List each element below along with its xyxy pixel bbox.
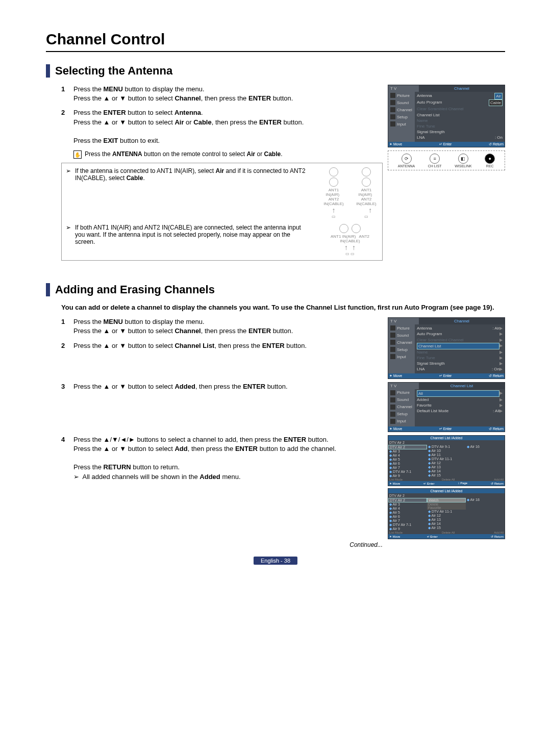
menu-title: Channel — [419, 85, 505, 92]
section-heading-channels: Adding and Erasing Channels — [46, 283, 505, 296]
remote-diagram: ⟳ANTENNA ≡CH LIST ◧WISELINK ●REC — [388, 150, 505, 170]
antenna-port-icon — [362, 178, 371, 187]
step-1: 1 Press the MENU button to display the m… — [61, 85, 383, 103]
antenna-port-icon — [362, 167, 371, 177]
step-2: 2 Press the ENTER button to select Anten… — [61, 108, 383, 145]
tip-arrow-icon: ➢ — [66, 224, 75, 231]
step-2: 2 Press the ▲ or ▼ button to select Chan… — [61, 341, 383, 350]
antenna-port-icon — [352, 224, 361, 233]
step-1: 1 Press the MENU button to display the m… — [61, 317, 383, 336]
step-4: 4 Press the ▲/▼/◄/► buttons to select a … — [61, 435, 383, 482]
antenna-port-icon — [329, 167, 338, 177]
step-number: 1 — [61, 85, 73, 103]
tip-body: If both ANT1 IN(AIR) and ANT2 IN(CABLE) … — [75, 224, 317, 245]
channel-list-panel: Channel List /Added DTV Air 2 DTV Air 2 … — [388, 488, 505, 539]
channel-list-panel: Channel List /Added DTV Air 2 DTV Air 2 … — [388, 435, 505, 486]
selected-value: Air — [494, 93, 503, 99]
page-footer: English - 38 — [254, 557, 297, 565]
tv-osd-panel: T VChannel Picture Sound Channel Setup I… — [388, 317, 505, 379]
antenna-port-icon — [329, 178, 338, 187]
step-3: 3 Press the ▲ or ▼ button to select Adde… — [61, 382, 383, 391]
selected-value: Channel List — [417, 343, 499, 349]
antenna-port-icon — [339, 224, 348, 233]
menu-sidebar: Picture Sound Channel Setup Input — [388, 92, 415, 142]
selected-value: All — [417, 390, 499, 397]
tip-arrow-icon: ➢ — [66, 167, 75, 174]
step-body: Press the MENU button to display the men… — [73, 85, 383, 103]
tv-osd-panel: T VChannel Picture Sound Channel Setup I… — [388, 85, 505, 147]
channel-item: DTV Air 2 — [388, 445, 427, 449]
note: ✋ Press the ANTENNA button on the remote… — [73, 150, 383, 159]
section-heading-antenna: Selecting the Antenna — [46, 64, 505, 78]
antenna-diagram: ANT1 IN(AIR) ANT2 IN(CABLE) ↑▭ ANT1 IN(A… — [322, 167, 378, 219]
tv-label: T V — [388, 85, 419, 92]
tv-osd-panel: T VChannel List Picture Sound Channel Se… — [388, 382, 505, 432]
tip-body: If the antenna is connected to ANT1 IN(A… — [75, 167, 317, 182]
step-body: Press the ENTER button to select Antenna… — [73, 108, 383, 145]
channel-item: DTV Air 2 — [388, 498, 427, 502]
continued-label: Continued... — [46, 541, 383, 548]
section-intro: You can add or delete a channel to displ… — [61, 304, 505, 311]
antenna-button-icon: ⟳ — [402, 154, 412, 164]
list-title: Channel List /Added — [388, 436, 505, 440]
step-number: 2 — [61, 108, 73, 145]
antenna-diagram: ANT1 IN(AIR) ANT2 IN(CABLE) ↑ ↑ ▭ ▭ — [322, 224, 378, 256]
note-icon: ✋ — [73, 150, 82, 159]
popup-item: Watch — [427, 498, 466, 502]
page-title: Channel Control — [46, 31, 505, 52]
note-text: Press the ANTENNA button on the remote c… — [85, 150, 283, 158]
list-title: Channel List /Added — [388, 489, 505, 493]
tip-box: ➢ If the antenna is connected to ANT1 IN… — [61, 163, 383, 261]
menu-content: AntennaAir Auto ProgramCable Clear Scram… — [415, 92, 505, 142]
